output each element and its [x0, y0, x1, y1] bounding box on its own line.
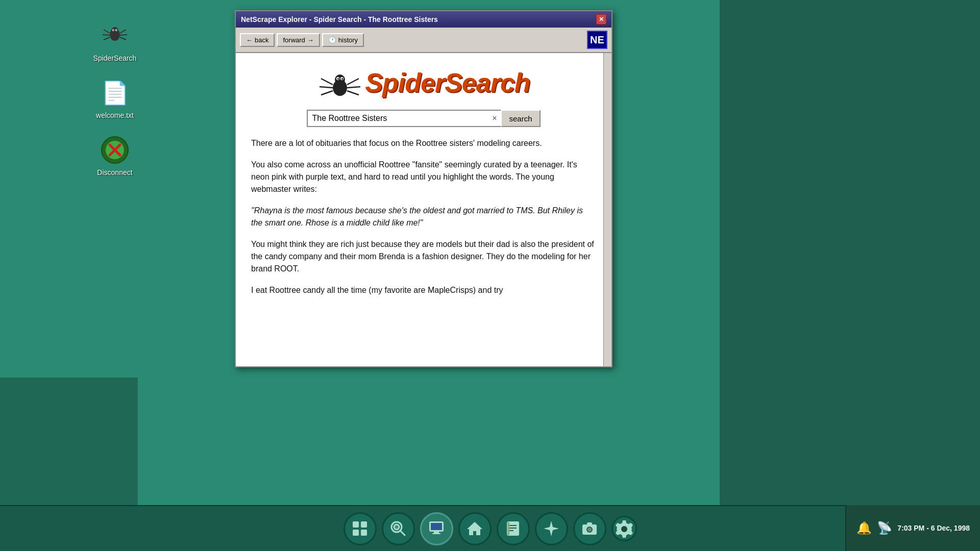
- svg-point-20: [337, 78, 339, 80]
- welcometxt-icon: 📄: [100, 78, 130, 108]
- back-label: back: [255, 36, 268, 44]
- svg-point-52: [621, 526, 627, 532]
- taskbar-icon-sparkle[interactable]: [535, 512, 568, 545]
- tray-clock: 7:03 PM - 6 Dec, 1998: [897, 524, 970, 532]
- svg-marker-40: [467, 522, 482, 535]
- title-bar: NetScrape Explorer - Spider Search - The…: [236, 11, 611, 28]
- taskbar-icon-settings[interactable]: [611, 516, 637, 541]
- desktop: SpiderSearch 📄 welcome.txt Disconnect: [0, 0, 980, 551]
- back-button[interactable]: ← back: [240, 33, 275, 47]
- disconnect-icon: [100, 135, 130, 165]
- svg-rect-39: [432, 533, 440, 534]
- svg-line-9: [120, 30, 126, 33]
- svg-line-11: [120, 37, 126, 40]
- search-clear-button[interactable]: ×: [490, 114, 499, 123]
- taskbar: [0, 505, 980, 551]
- svg-line-25: [347, 79, 359, 85]
- svg-line-33: [400, 531, 405, 535]
- svg-rect-51: [587, 522, 592, 525]
- search-bar: × search: [251, 110, 596, 127]
- svg-point-50: [587, 528, 592, 532]
- svg-line-24: [321, 91, 333, 95]
- spider-search-text: SpiderSearch: [365, 67, 530, 98]
- content-text: There are a lot of obituaries that focus…: [251, 137, 596, 356]
- svg-point-17: [335, 74, 345, 85]
- svg-rect-46: [507, 522, 509, 535]
- svg-point-34: [394, 524, 399, 530]
- taskbar-icon-computer[interactable]: [420, 512, 453, 545]
- svg-rect-29: [361, 521, 367, 528]
- title-bar-text: NetScrape Explorer - Spider Search - The…: [241, 15, 438, 23]
- taskbar-icon-camera[interactable]: [573, 512, 606, 545]
- forward-arrow-icon: →: [307, 36, 314, 44]
- close-button[interactable]: ✕: [596, 14, 606, 24]
- spidersearch-label: SpiderSearch: [93, 54, 137, 62]
- welcometxt-label: welcome.txt: [96, 111, 134, 119]
- history-clock-icon: 🕐: [328, 36, 336, 44]
- history-button[interactable]: 🕐 history: [322, 33, 364, 47]
- forward-label: forward: [283, 36, 305, 44]
- content-paragraph-2: You also come across an unofficial Roott…: [251, 159, 596, 195]
- svg-line-10: [120, 35, 127, 35]
- scrollbar[interactable]: [603, 53, 611, 366]
- browser-content: SpiderSearch × search There are a lot of…: [236, 53, 611, 366]
- ne-logo: NE: [587, 31, 607, 49]
- svg-rect-28: [353, 521, 359, 528]
- svg-point-4: [113, 30, 114, 31]
- svg-rect-31: [361, 530, 367, 536]
- disconnect-label: Disconnect: [97, 168, 132, 177]
- tray-network-icon: 📡: [877, 521, 892, 535]
- search-submit-button[interactable]: search: [501, 110, 540, 127]
- history-label: history: [338, 36, 358, 44]
- spider-logo-image: [317, 63, 363, 102]
- svg-line-8: [104, 37, 110, 40]
- browser-window: NetScrape Explorer - Spider Search - The…: [235, 10, 612, 367]
- desktop-shadow-right: [720, 0, 980, 551]
- svg-marker-47: [544, 521, 559, 536]
- taskbar-icon-home[interactable]: [458, 512, 492, 545]
- taskbar-icon-grid[interactable]: [344, 512, 377, 545]
- browser-toolbar: ← back forward → 🕐 history NE: [236, 28, 611, 53]
- svg-rect-38: [434, 531, 439, 533]
- svg-point-1: [111, 27, 118, 34]
- desktop-icon-spidersearch[interactable]: SpiderSearch: [89, 20, 140, 62]
- taskbar-icon-search[interactable]: [382, 512, 415, 545]
- spidersearch-icon: [100, 20, 130, 51]
- desktop-icon-disconnect[interactable]: Disconnect: [89, 135, 140, 177]
- search-input[interactable]: [307, 110, 501, 127]
- content-quote: "Rhayna is the most famous because she's…: [251, 205, 596, 229]
- svg-rect-37: [431, 523, 442, 530]
- system-tray: 🔔 📡 7:03 PM - 6 Dec, 1998: [845, 505, 980, 551]
- svg-line-26: [347, 87, 360, 88]
- svg-line-23: [320, 87, 333, 88]
- svg-line-22: [321, 79, 333, 85]
- svg-point-5: [116, 30, 117, 31]
- tray-bell-icon: 🔔: [856, 521, 872, 535]
- taskbar-icon-book[interactable]: [497, 512, 530, 545]
- search-input-wrapper: ×: [307, 110, 501, 127]
- svg-rect-30: [353, 530, 359, 536]
- content-paragraph-4: I eat Roottree candy all the time (my fa…: [251, 284, 596, 296]
- content-paragraph-1: There are a lot of obituaries that focus…: [251, 137, 596, 149]
- search-logo-area: SpiderSearch: [251, 63, 596, 102]
- svg-line-27: [347, 91, 359, 95]
- desktop-sidebar: SpiderSearch 📄 welcome.txt Disconnect: [0, 0, 230, 378]
- content-paragraph-3: You might think they are rich just becau…: [251, 238, 596, 275]
- desktop-icon-welcometxt[interactable]: 📄 welcome.txt: [89, 78, 140, 119]
- back-arrow-icon: ←: [246, 36, 253, 44]
- forward-button[interactable]: forward →: [277, 33, 320, 47]
- svg-line-6: [104, 30, 110, 33]
- svg-line-7: [103, 35, 110, 35]
- spider-logo: SpiderSearch: [317, 63, 530, 102]
- svg-point-21: [341, 78, 343, 80]
